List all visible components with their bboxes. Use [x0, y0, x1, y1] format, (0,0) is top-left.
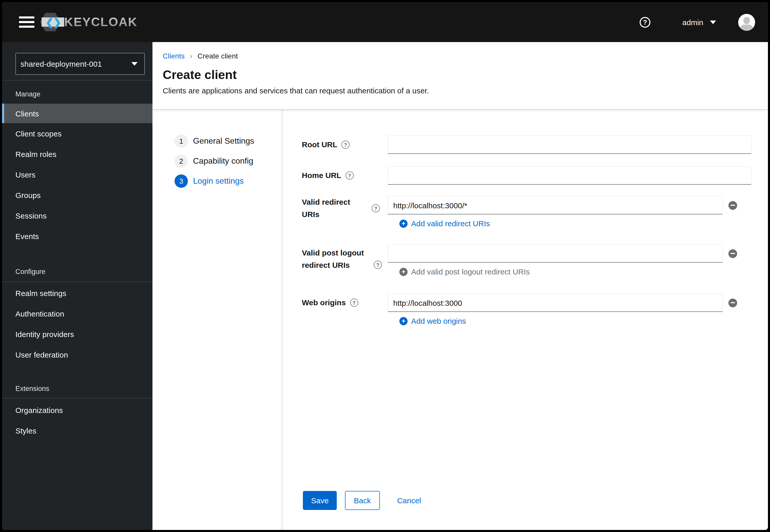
sidebar-item-styles[interactable]: Styles: [2, 420, 152, 441]
sidebar-divider: [2, 282, 152, 282]
sidebar-item-clients[interactable]: Clients: [2, 104, 152, 123]
create-client-wizard: 1 General Settings 2 Capability config 3…: [152, 110, 768, 530]
login-settings-form: Root URL ? Home URL ? Valid re: [282, 110, 768, 530]
nav-section-extensions: Extensions: [15, 385, 49, 392]
remove-web-origin-minus-icon[interactable]: [728, 298, 737, 307]
cancel-button[interactable]: Cancel: [397, 496, 421, 505]
form-group-web-origins: Web origins ? + Add web origins: [282, 293, 768, 325]
breadcrumb-current: Create client: [198, 52, 238, 60]
caret-down-icon: [710, 20, 716, 24]
brand-text: KEYCLOAK: [64, 15, 137, 29]
sidebar-divider: [2, 398, 152, 399]
plus-circle-icon: +: [400, 268, 408, 276]
avatar[interactable]: [738, 14, 755, 31]
help-icon[interactable]: ?: [341, 141, 349, 149]
form-group-valid-post-logout-redirect-uris: Valid post logout redirect URIs ? + Add …: [282, 244, 768, 276]
keycloak-logo[interactable]: ❮ ❯ KEYCLOAK: [40, 11, 137, 33]
step-number: 1: [174, 134, 188, 148]
home-url-label: Home URL ?: [282, 166, 388, 185]
sidebar-item-events[interactable]: Events: [2, 226, 152, 246]
caret-down-icon: [131, 62, 138, 66]
add-valid-redirect-uris-link[interactable]: + Add valid redirect URIs: [400, 219, 490, 228]
help-icon[interactable]: ?: [350, 299, 358, 307]
web-origins-label: Web origins ?: [282, 293, 388, 312]
keycloak-hexagon-icon: ❮ ❯: [40, 12, 61, 32]
wizard-step-general-settings[interactable]: 1 General Settings: [152, 134, 282, 148]
root-url-input[interactable]: [388, 135, 752, 154]
sidebar-item-groups[interactable]: Groups: [2, 185, 152, 205]
add-web-origins-link[interactable]: + Add web origins: [400, 317, 466, 325]
nav-group-configure: Realm settings Authentication Identity p…: [2, 283, 152, 365]
sidebar-item-realm-roles[interactable]: Realm roles: [2, 144, 152, 164]
avatar-body: [740, 24, 753, 31]
page-description: Clients are applications and services th…: [163, 86, 756, 95]
valid-post-logout-redirect-uris-label: Valid post logout redirect URIs ?: [282, 244, 388, 271]
save-button[interactable]: Save: [303, 491, 337, 510]
valid-redirect-uri-input[interactable]: [388, 196, 723, 214]
help-icon[interactable]: ?: [371, 204, 380, 212]
sidebar-item-sessions[interactable]: Sessions: [2, 205, 152, 226]
username: admin: [682, 18, 703, 26]
form-group-root-url: Root URL ?: [282, 135, 768, 154]
page-header: Clients › Create client Create client Cl…: [152, 42, 768, 110]
logo-right-chevron-icon: ❯: [53, 16, 60, 28]
form-group-home-url: Home URL ?: [282, 166, 768, 185]
sidebar-divider: [2, 80, 152, 81]
sidebar-item-users[interactable]: Users: [2, 164, 152, 185]
sidebar-item-identity-providers[interactable]: Identity providers: [2, 324, 152, 344]
chevron-right-icon: ›: [190, 51, 192, 60]
wizard-steps: 1 General Settings 2 Capability config 3…: [152, 110, 282, 530]
sidebar-item-organizations[interactable]: Organizations: [2, 400, 152, 420]
breadcrumb-clients-link[interactable]: Clients: [163, 52, 185, 60]
nav-group-manage: Clients Client scopes Realm roles Users …: [2, 104, 152, 246]
logo-left-chevron-icon: ❮: [45, 16, 53, 28]
page-title: Create client: [163, 68, 756, 82]
sidebar: shared-deployment-001 Manage Clients Cli…: [2, 42, 152, 530]
nav-toggle-hamburger-icon[interactable]: [19, 16, 34, 28]
back-button[interactable]: Back: [345, 491, 379, 510]
sidebar-item-authentication[interactable]: Authentication: [2, 303, 152, 324]
add-valid-post-logout-redirect-uris-link[interactable]: + Add valid post logout redirect URIs: [400, 267, 530, 276]
remove-redirect-uri-minus-icon[interactable]: [728, 201, 737, 210]
plus-circle-icon: +: [400, 317, 408, 325]
wizard-step-capability-config[interactable]: 2 Capability config: [152, 154, 282, 168]
nav-group-extensions: Organizations Styles: [2, 400, 152, 441]
help-icon[interactable]: ?: [345, 171, 353, 180]
nav-section-manage: Manage: [15, 90, 41, 98]
breadcrumb: Clients › Create client: [163, 51, 756, 60]
sidebar-item-user-federation[interactable]: User federation: [2, 344, 152, 365]
realm-selector-value: shared-deployment-001: [21, 60, 131, 68]
masthead-right: ? admin: [640, 14, 755, 31]
sidebar-item-realm-settings[interactable]: Realm settings: [2, 283, 152, 303]
form-group-valid-redirect-uris: Valid redirect URIs ? + Add valid redire…: [282, 196, 768, 228]
valid-redirect-uris-label: Valid redirect URIs ?: [282, 196, 388, 221]
step-number: 2: [174, 154, 188, 168]
keycloak-admin-console: ❮ ❯ KEYCLOAK ? admin shared-deployment-0…: [0, 0, 770, 532]
help-icon[interactable]: ?: [640, 17, 650, 27]
nav-section-configure: Configure: [15, 268, 45, 275]
help-icon[interactable]: ?: [374, 261, 382, 269]
valid-post-logout-redirect-uri-input[interactable]: [388, 244, 723, 263]
plus-circle-icon: +: [400, 219, 408, 228]
home-url-input[interactable]: [388, 166, 752, 185]
sidebar-item-client-scopes[interactable]: Client scopes: [2, 123, 152, 144]
avatar-head: [743, 17, 750, 24]
root-url-label: Root URL ?: [282, 135, 388, 154]
web-origins-input[interactable]: [388, 293, 723, 312]
wizard-step-login-settings[interactable]: 3 Login settings: [152, 174, 282, 188]
remove-post-logout-uri-minus-icon[interactable]: [728, 249, 737, 258]
main-content: Clients › Create client Create client Cl…: [152, 42, 768, 530]
realm-selector[interactable]: shared-deployment-001: [15, 53, 145, 75]
step-number: 3: [174, 174, 188, 188]
wizard-actions: Save Back Cancel: [303, 491, 421, 510]
user-menu[interactable]: admin: [682, 18, 716, 26]
masthead: ❮ ❯ KEYCLOAK ? admin: [2, 2, 768, 42]
